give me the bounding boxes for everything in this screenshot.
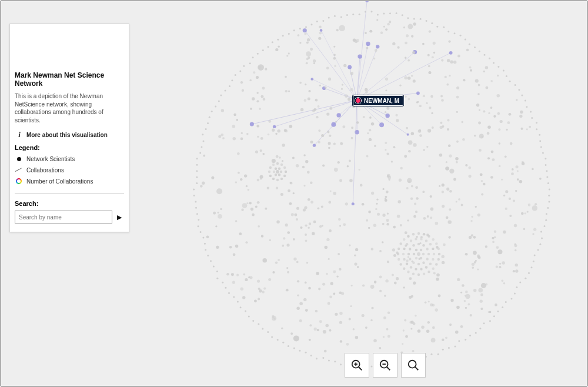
svg-point-377	[238, 172, 240, 174]
svg-point-170	[536, 128, 537, 130]
svg-point-392	[472, 263, 475, 266]
svg-point-711	[479, 109, 480, 111]
svg-point-677	[430, 95, 433, 98]
svg-point-800	[533, 228, 536, 231]
svg-point-740	[258, 225, 260, 228]
svg-point-641	[249, 276, 252, 279]
svg-point-82	[202, 237, 204, 239]
svg-point-669	[339, 312, 342, 315]
svg-point-987	[275, 174, 277, 176]
zoom-out-button[interactable]	[373, 353, 397, 378]
svg-point-601	[511, 172, 514, 175]
svg-point-233	[411, 185, 413, 188]
svg-point-552	[519, 115, 522, 118]
svg-line-1005	[359, 367, 362, 371]
svg-point-185	[348, 65, 352, 69]
svg-point-348	[275, 261, 278, 263]
legend-weight-label: Number of Collaborations	[26, 178, 93, 185]
highlighted-node-label[interactable]: NEWMAN, M	[353, 95, 403, 106]
svg-point-964	[427, 271, 430, 273]
svg-point-227	[473, 289, 477, 292]
svg-point-888	[480, 293, 483, 296]
svg-point-406	[286, 289, 289, 292]
svg-point-346	[387, 261, 389, 263]
svg-point-508	[490, 176, 493, 179]
svg-point-676	[236, 274, 239, 276]
svg-point-129	[334, 15, 336, 17]
more-about-link[interactable]: i More about this visualisation	[15, 130, 124, 139]
svg-point-789	[423, 217, 426, 220]
svg-point-316	[242, 89, 244, 92]
svg-point-509	[257, 279, 260, 282]
svg-point-520	[267, 186, 270, 189]
svg-point-825	[471, 234, 473, 236]
search-submit[interactable]: ▶	[115, 213, 124, 221]
svg-point-840	[333, 143, 336, 145]
svg-point-281	[469, 236, 472, 239]
svg-point-16	[519, 281, 521, 283]
svg-point-229	[413, 215, 416, 218]
magnifier-icon	[407, 359, 420, 372]
svg-point-678	[313, 108, 316, 111]
svg-point-759	[308, 198, 310, 201]
svg-point-599	[413, 143, 416, 146]
svg-point-703	[422, 191, 425, 193]
svg-point-177	[546, 170, 547, 172]
svg-point-92	[196, 176, 198, 178]
svg-point-771	[273, 318, 275, 319]
svg-point-824	[285, 90, 288, 92]
svg-point-502	[349, 179, 353, 182]
svg-point-802	[468, 166, 471, 169]
svg-point-258	[294, 213, 297, 216]
svg-point-360	[339, 179, 342, 182]
svg-point-971	[397, 258, 400, 261]
svg-point-11	[534, 254, 536, 256]
svg-point-175	[544, 158, 546, 159]
svg-point-818	[206, 235, 209, 238]
svg-point-446	[387, 312, 390, 314]
svg-point-562	[385, 28, 387, 31]
svg-point-152	[469, 44, 470, 45]
svg-point-567	[235, 245, 238, 248]
svg-point-135	[371, 11, 373, 12]
svg-point-718	[386, 152, 389, 155]
svg-point-605	[329, 229, 332, 232]
svg-point-967	[412, 273, 415, 275]
svg-point-576	[249, 202, 252, 205]
svg-point-290	[293, 258, 296, 261]
svg-point-672	[478, 288, 483, 293]
svg-point-1	[548, 195, 550, 196]
svg-point-901	[305, 224, 307, 226]
svg-point-476	[465, 307, 467, 309]
svg-point-305	[245, 241, 248, 243]
svg-point-799	[222, 137, 225, 139]
svg-point-906	[328, 78, 331, 81]
svg-point-675	[369, 116, 372, 119]
svg-point-254	[324, 246, 328, 249]
svg-point-594	[347, 165, 349, 168]
search-input[interactable]	[15, 211, 112, 223]
svg-point-956	[420, 238, 422, 240]
svg-point-761	[453, 178, 456, 181]
svg-point-53	[322, 357, 324, 359]
svg-point-379	[374, 145, 376, 147]
svg-point-481	[353, 39, 356, 42]
svg-point-880	[428, 65, 430, 68]
zoom-in-icon	[350, 359, 363, 372]
svg-point-618	[448, 236, 450, 238]
zoom-fit-button[interactable]	[401, 353, 426, 378]
svg-point-974	[399, 242, 402, 245]
svg-point-692	[333, 192, 336, 195]
svg-point-922	[427, 54, 430, 56]
svg-point-686	[453, 61, 456, 64]
svg-point-679	[235, 181, 237, 183]
zoom-in-button[interactable]	[345, 353, 369, 378]
svg-point-100	[205, 128, 207, 130]
svg-point-309	[526, 128, 528, 130]
svg-point-230	[487, 126, 490, 129]
svg-point-573	[324, 350, 327, 353]
highlighted-node-text: NEWMAN, M	[364, 98, 399, 104]
svg-point-989	[275, 168, 277, 170]
svg-point-832	[310, 181, 313, 184]
svg-point-632	[327, 131, 329, 133]
